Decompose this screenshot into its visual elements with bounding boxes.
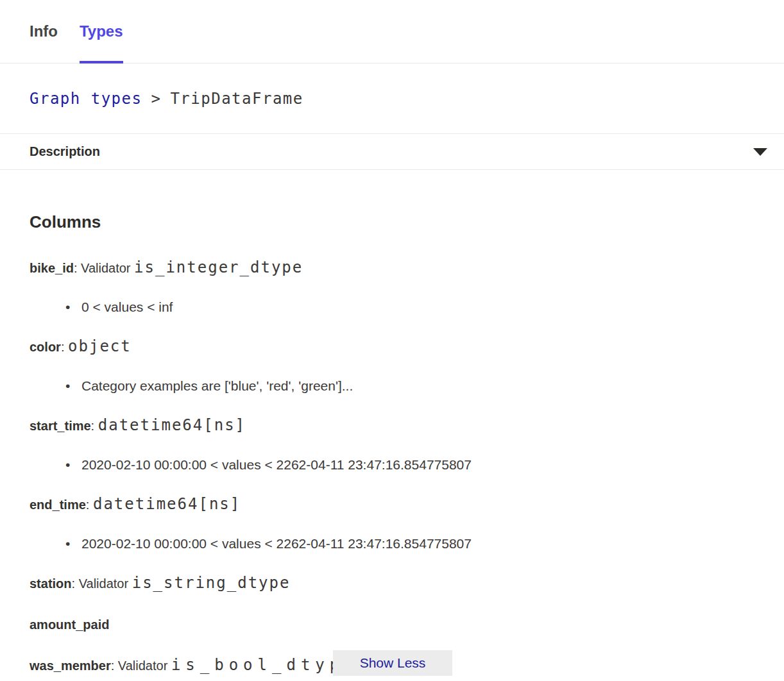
column-kind: : xyxy=(86,498,93,512)
column-check-color: Category examples are ['blue', 'red', 'g… xyxy=(30,378,754,394)
column-check-start-time: 2020-02-10 00:00:00 < values < 2262-04-1… xyxy=(30,457,754,473)
column-kind: : Validator xyxy=(74,261,134,275)
column-entry-end-time: end_time: datetime64[ns] xyxy=(30,494,754,514)
column-name: color xyxy=(30,340,61,354)
description-header[interactable]: Description xyxy=(0,134,784,170)
column-kind: : Validator xyxy=(72,576,132,591)
caret-down-icon[interactable] xyxy=(753,148,767,156)
breadcrumb: Graph types > TripDataFrame xyxy=(0,63,784,134)
column-name: end_time xyxy=(30,498,86,512)
column-entry-start-time: start_time: datetime64[ns] xyxy=(30,416,754,435)
column-dtype-code: is_string_dtype xyxy=(132,574,291,592)
column-check-bike-id: 0 < values < inf xyxy=(30,299,754,315)
description-title: Description xyxy=(30,144,100,159)
column-entry-color: color: object xyxy=(30,337,754,357)
column-name: station xyxy=(30,576,72,591)
column-kind: : Validator xyxy=(111,659,171,673)
breadcrumb-separator: > xyxy=(151,90,161,108)
show-less-button[interactable]: Show Less xyxy=(333,650,452,676)
tab-info-label: Info xyxy=(30,22,58,40)
column-name: start_time xyxy=(30,419,91,433)
tab-info[interactable]: Info xyxy=(30,0,58,63)
tab-types[interactable]: Types xyxy=(80,0,123,63)
breadcrumb-current: TripDataFrame xyxy=(170,90,303,108)
columns-section: Columns bike_id: Validator is_integer_dt… xyxy=(0,212,784,675)
column-kind: : xyxy=(61,340,68,354)
column-entry-station: station: Validator is_string_dtype xyxy=(30,573,754,593)
column-name: was_member xyxy=(30,659,111,673)
column-entry-amount-paid: amount_paid xyxy=(30,614,754,634)
column-dtype-code: is_bool_dtype xyxy=(171,656,359,674)
tab-types-label: Types xyxy=(80,22,123,40)
column-name: amount_paid xyxy=(30,618,109,632)
column-entry-bike-id: bike_id: Validator is_integer_dtype xyxy=(30,258,754,278)
column-dtype-code: datetime64[ns] xyxy=(93,495,241,513)
column-entry-was-member: was_member: Validator is_bool_dtype Show… xyxy=(30,655,754,675)
column-dtype-code: object xyxy=(68,337,132,355)
tab-bar: Info Types xyxy=(0,0,784,63)
column-dtype-code: datetime64[ns] xyxy=(98,416,246,434)
columns-heading: Columns xyxy=(30,212,754,232)
column-name: bike_id xyxy=(30,261,74,275)
column-dtype-code: is_integer_dtype xyxy=(134,258,303,276)
column-kind: : xyxy=(91,419,98,433)
breadcrumb-link-graph-types[interactable]: Graph types xyxy=(30,90,142,108)
column-check-end-time: 2020-02-10 00:00:00 < values < 2262-04-1… xyxy=(30,535,754,551)
